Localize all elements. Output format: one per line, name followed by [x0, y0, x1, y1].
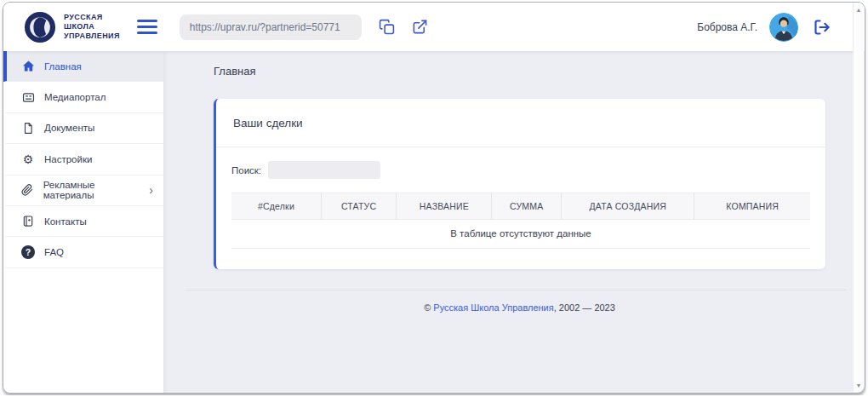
media-icon [21, 91, 35, 104]
copyright-suffix: , 2002 — 2023 [554, 302, 615, 313]
document-icon [21, 122, 35, 135]
paperclip-icon [21, 184, 34, 196]
search-label: Поиск: [231, 165, 261, 175]
column-header-created[interactable]: ДАТА СОЗДАНИЯ [562, 193, 694, 220]
sidebar-item-label: Медиапортал [44, 92, 106, 102]
sidebar-item-documents[interactable]: Документы [3, 113, 163, 144]
copy-icon[interactable] [379, 19, 395, 35]
logout-icon[interactable] [814, 19, 831, 36]
footer-brand-link[interactable]: Русская Школа Управления [433, 302, 553, 313]
sidebar-item-label: Главная [44, 61, 82, 72]
scroll-up-icon[interactable]: ▲ [856, 7, 862, 13]
deals-card-header: Ваши сделки [216, 99, 825, 147]
sidebar-item-label: Документы [44, 123, 94, 133]
empty-state-text: В таблице отсутствуют данные [231, 220, 810, 249]
search-input[interactable] [268, 161, 380, 179]
scrollbar[interactable]: ▲ ▼ [853, 3, 864, 392]
sidebar: Главная Медиапортал До [3, 51, 163, 394]
sidebar-item-home[interactable]: Главная [3, 51, 163, 82]
column-header-deal-id[interactable]: #Сделки [231, 193, 321, 220]
column-header-status[interactable]: СТАТУС [321, 193, 396, 220]
user-name: Боброва А.Г. [697, 21, 757, 33]
logo-text: Русская Школа Управления [64, 13, 120, 42]
app-window: Русская Школа Управления Боброва А.Г. [3, 2, 865, 394]
page-title: Главная [214, 65, 825, 78]
deals-table: #Сделки СТАТУС НАЗВАНИЕ СУММА ДАТА СОЗДА… [231, 193, 810, 249]
sidebar-item-contacts[interactable]: Контакты [3, 206, 163, 237]
sidebar-item-label: Рекламные материалы [43, 180, 140, 200]
empty-state-row: В таблице отсутствуют данные [231, 220, 810, 249]
external-link-icon[interactable] [412, 19, 428, 35]
gear-icon: ⚙ [21, 153, 35, 165]
top-header: Русская Школа Управления Боброва А.Г. [3, 3, 865, 51]
avatar[interactable] [769, 13, 798, 42]
hamburger-menu-icon[interactable] [137, 20, 157, 35]
main-content: Главная Ваши сделки Поиск: [163, 51, 865, 394]
sidebar-item-mediaportal[interactable]: Медиапортал [3, 82, 163, 112]
logo: Русская Школа Управления [24, 11, 120, 43]
deals-table-header-row: #Сделки СТАТУС НАЗВАНИЕ СУММА ДАТА СОЗДА… [231, 193, 810, 220]
sidebar-item-label: FAQ [44, 247, 64, 257]
sidebar-item-promo-materials[interactable]: Рекламные материалы › [3, 175, 163, 206]
copyright-prefix: © [424, 302, 433, 313]
chevron-right-icon: › [149, 184, 153, 196]
sidebar-item-faq[interactable]: ? FAQ [3, 237, 163, 268]
logo-emblem-icon [24, 11, 56, 43]
column-header-company[interactable]: КОМПАНИЯ [694, 193, 810, 220]
contacts-icon [21, 215, 35, 227]
question-icon: ? [21, 245, 35, 259]
sidebar-item-label: Контакты [44, 216, 87, 227]
header-user-area: Боброва А.Г. [697, 13, 831, 42]
sidebar-item-label: Настройки [44, 154, 92, 164]
column-header-name[interactable]: НАЗВАНИЕ [397, 193, 492, 220]
sidebar-item-settings[interactable]: ⚙ Настройки [3, 144, 163, 175]
scroll-down-icon[interactable]: ▼ [856, 383, 862, 388]
partner-url-input[interactable] [180, 14, 362, 40]
home-icon [21, 60, 35, 72]
deals-card-title: Ваши сделки [233, 117, 303, 129]
deals-card: Ваши сделки Поиск: #Сдел [214, 99, 825, 269]
footer: © Русская Школа Управления, 2002 — 2023 [214, 291, 825, 325]
column-header-sum[interactable]: СУММА [492, 193, 562, 220]
